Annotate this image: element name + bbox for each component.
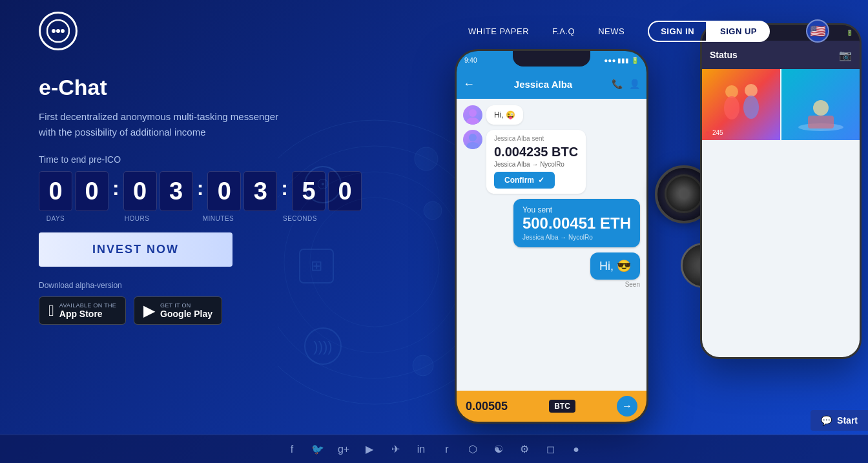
svg-text:)))): )))) — [313, 338, 332, 355]
main-nav: WHITE PAPER F.A.Q NEWS SIGN IN SIGN UP 🇺… — [468, 19, 829, 43]
google-play-text: GET IT ON Google Play — [160, 302, 212, 319]
signin-button[interactable]: SIGN IN — [648, 21, 707, 42]
main-content: e-Chat First decentralized anonymous mul… — [0, 62, 868, 325]
countdown-timer: 0 0 : 0 3 : 0 3 : 5 0 — [39, 171, 362, 211]
logo-area — [39, 12, 78, 50]
seconds-digit-1: 5 — [292, 171, 326, 211]
app-store-text: Available on the App Store — [59, 302, 116, 319]
social-icon-9[interactable]: ☯ — [492, 443, 505, 455]
svg-point-19 — [469, 134, 477, 141]
svg-point-15 — [424, 201, 442, 220]
svg-point-17 — [469, 109, 477, 117]
days-digit-2: 0 — [75, 171, 108, 211]
sep-2: : — [197, 176, 204, 207]
photo-2 — [781, 69, 860, 140]
app-store-sub: Available on the — [59, 302, 116, 309]
second-phone: ●●● 🔋 Status 📷 — [700, 23, 862, 359]
camera-decoration — [655, 165, 713, 223]
chat-header: ← Jessica Alba 📞 👤 — [457, 69, 646, 99]
social-facebook[interactable]: f — [285, 444, 298, 455]
svg-point-22 — [724, 96, 739, 119]
header: WHITE PAPER F.A.Q NEWS SIGN IN SIGN UP 🇺… — [0, 0, 868, 62]
footer-social: f 🐦 g+ ▶ ✈ in r ⬡ ☯ ⚙ ◻ ● — [0, 435, 868, 463]
play-icon: ▶ — [143, 303, 155, 318]
app-store-name: App Store — [59, 309, 116, 319]
photo-1-overlay: ♥ 245 — [706, 129, 776, 136]
minutes-digit-2: 3 — [243, 171, 277, 211]
photo-grid: ♥ 245 — [702, 69, 860, 140]
social-twitter[interactable]: 🐦 — [311, 443, 324, 455]
google-play-name: Google Play — [160, 309, 212, 319]
svg-point-25 — [798, 123, 843, 131]
social-instagram[interactable]: ◻ — [544, 443, 557, 455]
social-telegram[interactable]: ✈ — [389, 443, 402, 455]
btc-amount: 0.004235 BTC — [494, 145, 578, 159]
svg-point-23 — [745, 84, 758, 97]
bubble-btc: Jessica Alba sent 0.004235 BTC Jessica A… — [486, 130, 586, 194]
chat-back-button[interactable]: ← — [463, 77, 475, 91]
bubble-1: Hi, 😜 — [486, 105, 523, 125]
btc-bottom-bar: 0.00505 BTC → — [457, 391, 646, 422]
days-label: DAYS — [39, 215, 72, 222]
heart-icon: ♥ — [706, 129, 710, 136]
phone2-body: ♥ 245 — [702, 69, 860, 357]
btc-route: Jessica Alba → NycolRo — [494, 161, 578, 168]
social-reddit[interactable]: r — [440, 444, 453, 455]
logo-icon — [39, 12, 78, 50]
eth-amount: 500.00451 ETH — [522, 214, 631, 232]
btc-send-button[interactable]: → — [617, 396, 637, 417]
chat-contact-name: Jessica Alba — [475, 79, 612, 90]
social-googleplus[interactable]: g+ — [337, 444, 350, 455]
chat-widget[interactable]: 💬 Start — [811, 410, 868, 431]
check-icon: ✓ — [538, 176, 544, 185]
sent-text: sent — [532, 135, 544, 142]
nav-item-faq[interactable]: F.A.Q — [552, 26, 575, 36]
social-icon-8[interactable]: ⬡ — [466, 443, 479, 455]
minutes-label2 — [238, 215, 271, 222]
chat-bubble-icon: 💬 — [821, 415, 832, 426]
store-buttons:  Available on the App Store ▶ GET IT ON… — [39, 296, 362, 325]
avatar-2 — [463, 130, 482, 149]
hours-label: HOURS — [120, 215, 154, 222]
chat-message-eth: You sent 500.00451 ETH Jessica Alba → Ny… — [463, 199, 640, 247]
days-label2 — [75, 215, 108, 222]
social-icon-10[interactable]: ⚙ — [518, 443, 531, 455]
svg-point-12 — [305, 328, 341, 364]
countdown-label: Time to end pre-ICO — [39, 154, 362, 165]
hours-label2 — [156, 215, 190, 222]
social-linkedin[interactable]: in — [415, 444, 428, 455]
you-sent-label: You sent — [522, 205, 631, 214]
phone-call-icon[interactable]: 📞 — [612, 79, 623, 89]
google-play-sub: GET IT ON — [160, 302, 212, 309]
invest-now-button[interactable]: INVEST NOW — [39, 232, 232, 267]
social-youtube[interactable]: ▶ — [363, 443, 376, 455]
nav-item-whitepaper[interactable]: WHITE PAPER — [468, 26, 529, 36]
chat-widget-label: Start — [837, 415, 858, 426]
phone-mockups: 9:40 ●●● ▮▮▮ 🔋 ← Jessica Alba 📞 👤 Hi, 😜 — [416, 23, 868, 462]
signup-button[interactable]: SIGN UP — [707, 21, 770, 42]
app-store-button[interactable]:  Available on the App Store — [39, 296, 126, 325]
sender-name: Jessica Alba — [494, 135, 530, 142]
btc-bar-value: 0.00505 — [466, 400, 508, 413]
social-wechat[interactable]: ● — [570, 444, 583, 455]
nav-item-news[interactable]: NEWS — [598, 26, 625, 36]
confirm-button[interactable]: Confirm ✓ — [494, 172, 555, 189]
chat-body: Hi, 😜 Jessica Alba sent 0.004235 BTC Jes… — [457, 99, 646, 392]
svg-point-2 — [56, 29, 60, 33]
hours-digit-2: 3 — [160, 171, 193, 211]
chat-message-hi: Hi, 😎 Seen — [463, 252, 640, 288]
tagline: First decentralized anonymous multi-task… — [39, 109, 284, 140]
language-selector[interactable]: 🇺🇸 — [806, 19, 829, 43]
bubble-hi: Hi, 😎 — [590, 252, 640, 280]
chat-message-2: Jessica Alba sent 0.004235 BTC Jessica A… — [463, 130, 640, 194]
minutes-label: MINUTES — [202, 215, 235, 222]
eth-route: Jessica Alba → NycolRo — [522, 234, 631, 241]
seconds-label: SECONDS — [283, 215, 316, 222]
seconds-digit-2: 0 — [328, 171, 362, 211]
auth-buttons: SIGN IN SIGN UP — [648, 21, 770, 42]
contact-icon[interactable]: 👤 — [629, 79, 640, 89]
speaker-decoration — [681, 243, 726, 288]
chat-message-1: Hi, 😜 — [463, 105, 640, 125]
svg-point-3 — [61, 29, 65, 33]
google-play-button[interactable]: ▶ GET IT ON Google Play — [134, 296, 222, 325]
